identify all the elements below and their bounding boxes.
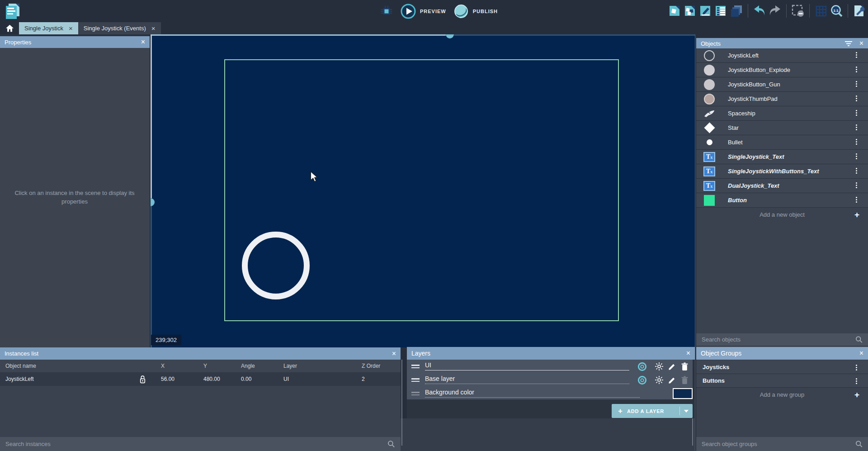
tab-single-joystick-events[interactable]: Single Joystick (Events) × [78, 22, 161, 34]
unlock-icon[interactable] [139, 375, 146, 384]
object-row[interactable]: Bullet [696, 135, 868, 150]
search-object-groups-bar[interactable] [696, 437, 868, 451]
layer-name-field[interactable]: UI [425, 361, 629, 370]
close-tab-icon[interactable]: × [151, 25, 156, 32]
object-group-row[interactable]: Buttons [696, 374, 868, 388]
tab-single-joystick[interactable]: Single Joystick × [19, 22, 78, 34]
zoom-original-icon[interactable]: 1:1 [830, 4, 843, 18]
delete-layer-icon[interactable] [679, 361, 690, 371]
close-tab-icon[interactable]: × [69, 25, 73, 32]
open-instances-list-icon[interactable] [714, 4, 728, 18]
object-menu-icon[interactable] [854, 153, 859, 159]
search-objects-bar[interactable] [696, 333, 868, 346]
gdevelop-logo[interactable] [5, 3, 21, 20]
add-group-button[interactable]: Add a new group + [696, 389, 868, 401]
object-row[interactable]: Button [696, 193, 868, 208]
object-thumbnail [703, 64, 715, 76]
preview-button[interactable]: PREVIEW [401, 4, 446, 19]
tab-label: Single Joystick (Events) [84, 25, 146, 32]
drag-handle-icon[interactable] [411, 378, 420, 383]
open-properties-icon[interactable] [699, 4, 712, 18]
undo-icon[interactable] [753, 4, 766, 18]
vertical-scrollbar-thumb[interactable] [151, 198, 155, 206]
object-row[interactable]: Spaceship [696, 106, 868, 121]
debugger-icon[interactable] [380, 5, 393, 18]
close-icon[interactable]: × [392, 350, 396, 358]
search-objects-input[interactable] [702, 336, 855, 343]
text-object-icon: Tx [703, 151, 715, 163]
layer-visibility-icon[interactable] [637, 361, 647, 371]
panel-scrollbar[interactable] [401, 360, 402, 446]
instance-row[interactable]: JoystickLeft 56.00 480.00 0.00 UI 2 [0, 372, 401, 386]
redo-icon[interactable] [768, 4, 782, 18]
object-row[interactable]: JoystickLeft [696, 48, 868, 63]
object-menu-icon[interactable] [854, 168, 859, 174]
layers-panel-title: Layers [411, 350, 430, 357]
scene-tools-icon[interactable] [853, 4, 866, 18]
layer-row-ui[interactable]: UI [407, 360, 693, 373]
layer-effects-icon[interactable] [654, 361, 665, 371]
search-instances-bar[interactable] [0, 437, 401, 451]
object-menu-icon[interactable] [854, 81, 859, 87]
add-layer-button[interactable]: + ADD A LAYER [612, 404, 693, 418]
add-object-button[interactable]: Add a new object + [696, 208, 868, 222]
close-icon[interactable]: × [686, 349, 690, 357]
layers-panel: Layers × UI Base layer [407, 347, 695, 418]
horizontal-scrollbar-thumb[interactable] [446, 34, 454, 38]
object-group-row[interactable]: Joysticks [696, 361, 868, 374]
drag-handle-icon[interactable] [411, 365, 420, 370]
delete-layer-icon-disabled [679, 375, 690, 385]
layer-row-background-color[interactable]: Background color [407, 387, 693, 399]
layer-name-field[interactable]: Base layer [425, 375, 629, 384]
object-menu-icon[interactable] [854, 182, 859, 188]
object-menu-icon[interactable] [854, 66, 859, 72]
object-row[interactable]: Tx SingleJoystickWithButtons_Text [696, 164, 868, 179]
gdevelop-scene-editor: PREVIEW PUBLISH [0, 0, 868, 451]
edit-layer-icon[interactable] [666, 375, 677, 385]
toolbar-separator [748, 4, 748, 18]
open-objects-editor-icon[interactable] [668, 4, 682, 18]
horizontal-scrollbar-track[interactable] [151, 34, 446, 36]
svg-text:1:1: 1:1 [833, 9, 839, 13]
object-row[interactable]: Star [696, 121, 868, 135]
object-menu-icon[interactable] [854, 52, 859, 58]
publish-button[interactable]: PUBLISH [453, 4, 498, 19]
layer-visibility-icon[interactable] [637, 375, 647, 385]
open-object-groups-editor-icon[interactable] [684, 4, 697, 18]
close-icon[interactable]: × [141, 38, 145, 46]
object-menu-icon[interactable] [854, 139, 859, 145]
delete-selected-instances-icon[interactable] [791, 4, 805, 18]
home-tab[interactable] [0, 22, 19, 34]
vertical-scrollbar-track[interactable] [151, 34, 152, 198]
search-icon [387, 440, 395, 448]
vertical-scrollbar-track[interactable] [151, 206, 152, 348]
group-menu-icon[interactable] [854, 378, 859, 384]
object-row[interactable]: JoystickButton_Gun [696, 77, 868, 92]
chevron-down-icon[interactable] [684, 410, 689, 413]
horizontal-scrollbar-track[interactable] [454, 34, 695, 36]
object-menu-icon[interactable] [854, 95, 859, 101]
object-row[interactable]: Tx SingleJoystick_Text [696, 150, 868, 164]
layer-row-base[interactable]: Base layer [407, 373, 693, 387]
joystick-ring-instance[interactable] [242, 232, 310, 299]
layer-effects-icon[interactable] [654, 375, 665, 385]
object-row[interactable]: JoystickThumbPad [696, 92, 868, 106]
close-icon[interactable]: × [859, 349, 863, 357]
object-menu-icon[interactable] [854, 110, 859, 116]
object-menu-icon[interactable] [854, 197, 859, 203]
open-layers-editor-icon[interactable] [730, 4, 743, 18]
object-thumbnail [703, 195, 715, 206]
background-color-swatch[interactable] [673, 388, 693, 399]
scene-canvas[interactable]: 239;302 [151, 34, 695, 348]
search-instances-input[interactable] [5, 441, 387, 447]
object-row[interactable]: JoystickButton_Explode [696, 63, 868, 77]
edit-layer-icon[interactable] [666, 361, 677, 371]
object-menu-icon[interactable] [854, 124, 859, 130]
group-menu-icon[interactable] [854, 365, 859, 370]
toggle-grid-icon[interactable] [814, 4, 828, 18]
object-row[interactable]: Tx DualJoystick_Text [696, 179, 868, 193]
close-icon[interactable]: × [859, 39, 863, 47]
background-color-label: Background color [425, 389, 640, 398]
search-object-groups-input[interactable] [702, 441, 855, 447]
filter-icon[interactable] [845, 41, 852, 46]
